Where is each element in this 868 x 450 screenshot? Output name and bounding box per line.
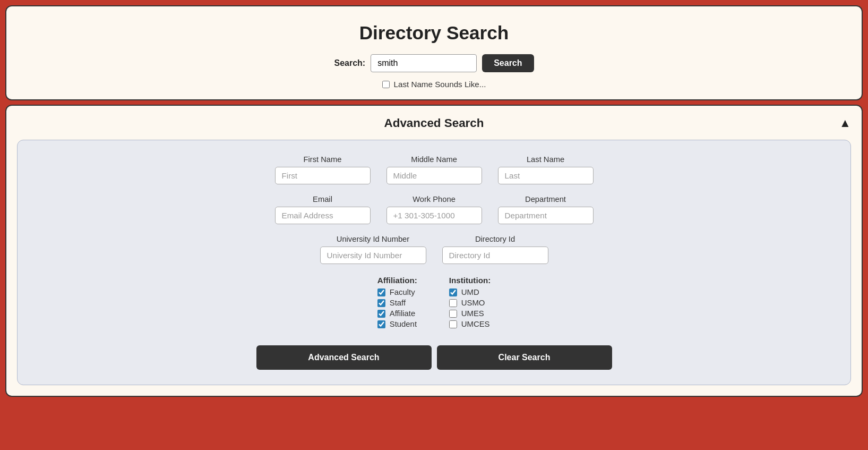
sounds-like-row: Last Name Sounds Like... — [17, 80, 851, 89]
middle-name-label: Middle Name — [386, 155, 482, 164]
institution-group: Institution: UMD USMO UMES UMCES — [449, 276, 491, 330]
advanced-inner: First Name Middle Name Last Name Email W… — [17, 140, 851, 385]
institution-umes-label: UMES — [461, 309, 484, 318]
directory-id-group: Directory Id — [442, 235, 548, 264]
affiliation-affiliate-checkbox[interactable] — [377, 310, 385, 318]
email-group: Email — [275, 195, 371, 224]
affiliation-faculty-label: Faculty — [390, 288, 415, 296]
institution-umes-checkbox[interactable] — [449, 310, 457, 318]
search-row: Search: Search — [17, 54, 851, 72]
work-phone-label: Work Phone — [386, 195, 482, 203]
email-label: Email — [275, 195, 371, 203]
first-name-group: First Name — [275, 155, 371, 184]
affiliation-student-label: Student — [390, 320, 417, 328]
last-name-group: Last Name — [498, 155, 594, 184]
id-fields-row: University Id Number Directory Id — [39, 235, 829, 264]
work-phone-group: Work Phone — [386, 195, 482, 224]
institution-label: Institution: — [449, 276, 491, 285]
university-id-group: University Id Number — [320, 235, 426, 264]
affiliation-group: Affiliation: Faculty Staff Affiliate Stu… — [377, 276, 417, 330]
affiliation-student-item[interactable]: Student — [377, 320, 417, 328]
first-name-input[interactable] — [275, 167, 371, 184]
affiliation-staff-label: Staff — [390, 299, 406, 307]
search-input[interactable] — [371, 54, 477, 72]
name-fields-row: First Name Middle Name Last Name — [39, 155, 829, 184]
middle-name-input[interactable] — [386, 167, 482, 184]
university-id-input[interactable] — [320, 247, 426, 264]
university-id-label: University Id Number — [320, 235, 426, 243]
department-label: Department — [498, 195, 594, 203]
institution-umces-item[interactable]: UMCES — [449, 320, 491, 328]
middle-name-group: Middle Name — [386, 155, 482, 184]
institution-umd-label: UMD — [461, 288, 479, 296]
search-button[interactable]: Search — [482, 54, 534, 72]
advanced-search-button[interactable]: Advanced Search — [256, 345, 432, 370]
work-phone-input[interactable] — [386, 207, 482, 224]
department-group: Department — [498, 195, 594, 224]
directory-id-label: Directory Id — [442, 235, 548, 243]
institution-usmo-checkbox[interactable] — [449, 299, 457, 307]
affiliation-student-checkbox[interactable] — [377, 320, 385, 328]
affiliation-faculty-item[interactable]: Faculty — [377, 288, 417, 296]
directory-id-input[interactable] — [442, 247, 548, 264]
last-name-label: Last Name — [498, 155, 594, 164]
page-title: Directory Search — [17, 22, 851, 44]
department-input[interactable] — [498, 207, 594, 224]
advanced-section: Advanced Search ▲ First Name Middle Name… — [5, 105, 863, 397]
institution-usmo-item[interactable]: USMO — [449, 299, 491, 307]
affiliation-affiliate-item[interactable]: Affiliate — [377, 309, 417, 318]
last-name-input[interactable] — [498, 167, 594, 184]
institution-umd-item[interactable]: UMD — [449, 288, 491, 296]
institution-umd-checkbox[interactable] — [449, 288, 457, 296]
institution-umces-label: UMCES — [461, 320, 490, 328]
affiliation-label: Affiliation: — [377, 276, 417, 285]
affiliation-affiliate-label: Affiliate — [390, 309, 416, 318]
clear-search-button[interactable]: Clear Search — [437, 345, 612, 370]
collapse-icon[interactable]: ▲ — [839, 116, 851, 130]
search-label: Search: — [334, 58, 365, 68]
sounds-like-label: Last Name Sounds Like... — [394, 80, 486, 89]
email-input[interactable] — [275, 207, 371, 224]
top-section: Directory Search Search: Search Last Nam… — [5, 5, 863, 100]
action-buttons-row: Advanced Search Clear Search — [39, 345, 829, 370]
institution-umces-checkbox[interactable] — [449, 320, 457, 328]
checkboxes-row: Affiliation: Faculty Staff Affiliate Stu… — [39, 276, 829, 330]
affiliation-staff-item[interactable]: Staff — [377, 299, 417, 307]
institution-umes-item[interactable]: UMES — [449, 309, 491, 318]
advanced-section-title: Advanced Search — [17, 116, 851, 130]
contact-fields-row: Email Work Phone Department — [39, 195, 829, 224]
sounds-like-checkbox[interactable] — [382, 81, 390, 88]
institution-usmo-label: USMO — [461, 299, 485, 307]
affiliation-staff-checkbox[interactable] — [377, 299, 385, 307]
affiliation-faculty-checkbox[interactable] — [377, 288, 385, 296]
first-name-label: First Name — [275, 155, 371, 164]
